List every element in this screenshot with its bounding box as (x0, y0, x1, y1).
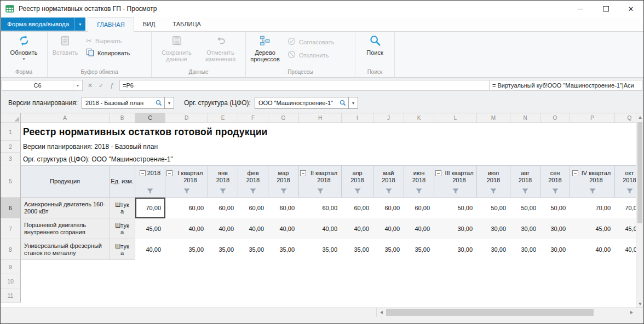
product-cell[interactable]: Асинхронный двигатель 160-2000 кВт (21, 198, 110, 218)
cell-O6[interactable]: 50,00 (540, 198, 570, 218)
cell-F7[interactable]: 40,00 (238, 218, 268, 239)
filter-icon[interactable] (589, 188, 596, 194)
scroll-right-button[interactable] (627, 308, 636, 317)
period-column-header-G[interactable]: мар 2018 (268, 165, 299, 198)
org-filter-input[interactable]: ООО "Машиностроение-1" (255, 97, 349, 109)
cell-O8[interactable]: 30,00 (540, 239, 570, 260)
row-header-2[interactable]: 2 (1, 141, 21, 153)
formula-input[interactable]: =P6 (119, 80, 490, 91)
cell-N8[interactable]: 30,00 (510, 239, 540, 260)
unit-cell[interactable]: Штука (110, 198, 135, 218)
cell-F6[interactable]: 60,00 (238, 198, 268, 218)
filter-icon[interactable] (147, 188, 153, 194)
product-cell[interactable]: Универсальный фрезерный станок по металл… (21, 239, 110, 260)
cell-G6[interactable]: 60,00 (268, 198, 299, 218)
scroll-up-button[interactable] (636, 113, 643, 121)
filter-icon[interactable] (183, 188, 190, 194)
period-column-header-O[interactable]: сен 2018 (540, 165, 570, 198)
cell-M7[interactable]: 30,00 (477, 218, 510, 239)
cell-L7[interactable]: 30,00 (434, 218, 477, 239)
filter-icon[interactable] (522, 188, 528, 194)
unit-column-header[interactable]: Ед. изм. (110, 165, 135, 198)
filter-icon[interactable] (452, 188, 459, 194)
filter-icon[interactable] (250, 188, 256, 194)
row-header-5[interactable]: 5 (1, 165, 21, 198)
reject-button[interactable]: Отклонить (284, 50, 337, 60)
period-column-header-K[interactable]: июн 2018 (404, 165, 434, 198)
unit-cell[interactable]: Штука (110, 239, 135, 260)
cell-I7[interactable]: 40,00 (342, 218, 373, 239)
horizontal-scrollbar[interactable] (376, 308, 636, 317)
row-header-7[interactable]: 7 (1, 218, 21, 239)
cell-J8[interactable]: 35,00 (373, 239, 404, 260)
row-header-8[interactable]: 8 (1, 239, 21, 260)
row-header-11[interactable]: 11 (1, 288, 21, 303)
period-column-header-J[interactable]: май 2018 (373, 165, 404, 198)
cell-H8[interactable]: 35,00 (299, 239, 342, 260)
chevron-down-icon[interactable]: ▾ (73, 80, 82, 90)
cell-empty-9[interactable] (21, 260, 643, 274)
vertical-scrollbar[interactable] (636, 113, 643, 308)
collapse-icon[interactable] (572, 170, 578, 176)
cell-D6[interactable]: 60,00 (165, 198, 208, 218)
cell-L6[interactable]: 50,00 (434, 198, 477, 218)
cell-N6[interactable]: 50,00 (510, 198, 540, 218)
title-bar[interactable]: Реестр нормативных остатков ГП - Просмот… (1, 1, 643, 17)
column-letter-A[interactable]: A (21, 113, 110, 123)
period-column-header-I[interactable]: апр 2018 (342, 165, 373, 198)
cell-K6[interactable]: 60,00 (404, 198, 434, 218)
column-letter-F[interactable]: F (238, 113, 268, 123)
cancel-entry-button[interactable]: ✕ (85, 81, 95, 90)
cell-row-1[interactable]: Реестр нормативных остатков готовой прод… (21, 123, 643, 141)
period-column-header-N[interactable]: авг 2018 (510, 165, 540, 198)
filter-icon[interactable] (416, 188, 422, 194)
cell-P8[interactable]: 40,00 (570, 239, 615, 260)
cell-H6[interactable]: 60,00 (299, 198, 342, 218)
cell-D7[interactable]: 40,00 (165, 218, 208, 239)
filter-icon[interactable] (552, 188, 559, 194)
filter-icon[interactable] (220, 188, 226, 194)
cell-C7[interactable]: 45,00 (135, 218, 165, 239)
row-header-9[interactable]: 9 (1, 260, 21, 274)
cell-F8[interactable]: 35,00 (238, 239, 268, 260)
cell-E6[interactable]: 60,00 (208, 198, 238, 218)
scroll-left-button[interactable] (377, 308, 386, 317)
filter-icon[interactable] (354, 188, 361, 194)
save-data-button[interactable]: Сохранить данные (155, 32, 199, 62)
column-letter-I[interactable]: I (342, 113, 373, 123)
horizontal-scroll-track[interactable] (386, 308, 627, 317)
column-letter-L[interactable]: L (434, 113, 477, 123)
confirm-entry-button[interactable]: ✓ (96, 81, 106, 90)
maximize-button[interactable] (593, 1, 618, 17)
cell-K7[interactable]: 40,00 (404, 218, 434, 239)
cell-I8[interactable]: 35,00 (342, 239, 373, 260)
tab-glavnaya[interactable]: ГЛАВНАЯ (88, 17, 134, 32)
cell-name-box[interactable]: C6 ▾ (2, 80, 83, 91)
cell-empty-11[interactable] (21, 288, 643, 303)
period-column-header-H[interactable]: II квартал 2018 (299, 165, 342, 198)
period-column-header-D[interactable]: I квартал 2018 (165, 165, 208, 198)
select-all-corner[interactable] (1, 113, 21, 123)
cell-L8[interactable]: 30,00 (434, 239, 477, 260)
cell-row-3[interactable]: Орг. структура (ЦФО): ООО "Машиностроени… (21, 153, 643, 165)
column-letter-B[interactable]: B (110, 113, 135, 123)
copy-button[interactable]: Копировать (83, 48, 133, 58)
cell-M8[interactable]: 30,00 (477, 239, 510, 260)
cell-G8[interactable]: 35,00 (268, 239, 299, 260)
period-column-header-C[interactable]: 2018 (135, 165, 165, 198)
cell-P6[interactable]: 70,00 (570, 198, 615, 218)
cell-M6[interactable]: 50,00 (477, 198, 510, 218)
row-header-1[interactable]: 1 (1, 123, 21, 141)
selected-cell-C6[interactable]: 70,00 (135, 198, 165, 218)
filter-icon[interactable] (490, 188, 497, 194)
cell-N7[interactable]: 30,00 (510, 218, 540, 239)
column-letter-G[interactable]: G (268, 113, 299, 123)
horizontal-scroll-thumb[interactable] (386, 309, 594, 316)
cell-O7[interactable]: 30,00 (540, 218, 570, 239)
column-letter-K[interactable]: K (404, 113, 434, 123)
collapse-icon[interactable] (300, 170, 306, 176)
column-letter-D[interactable]: D (165, 113, 208, 123)
undo-changes-button[interactable]: Отменить изменения (199, 32, 243, 62)
period-column-header-E[interactable]: янв 2018 (208, 165, 238, 198)
tab-vid[interactable]: ВИД (134, 17, 164, 31)
